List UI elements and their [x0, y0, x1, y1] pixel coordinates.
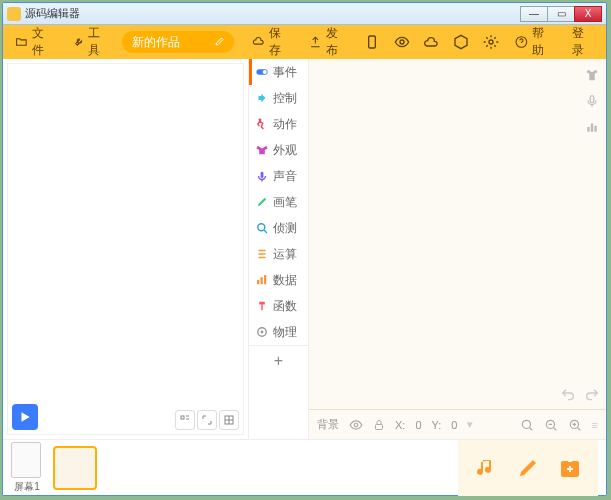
lock-icon[interactable]	[373, 419, 385, 431]
y-value: 0	[451, 419, 457, 431]
svg-rect-4	[181, 416, 184, 419]
visible-icon[interactable]	[349, 418, 363, 432]
category-控制[interactable]: 控制	[249, 85, 308, 111]
stats-icon[interactable]	[582, 117, 602, 137]
y-label: Y:	[432, 419, 442, 431]
minimize-button[interactable]: —	[520, 6, 548, 22]
category-icon	[255, 273, 269, 287]
project-name-input[interactable]: 新的作品	[122, 31, 234, 53]
category-label: 外观	[273, 142, 297, 159]
settings-icon[interactable]	[479, 29, 503, 55]
coords-toggle[interactable]	[175, 410, 195, 430]
window-controls: — ▭ X	[521, 6, 602, 22]
category-声音[interactable]: 声音	[249, 163, 308, 189]
draw-asset-icon[interactable]	[516, 456, 540, 480]
cloud-icon[interactable]	[420, 29, 444, 55]
category-动作[interactable]: 动作	[249, 111, 308, 137]
category-侦测[interactable]: 侦测	[249, 215, 308, 241]
category-label: 画笔	[273, 194, 297, 211]
tool-label: 工具	[88, 25, 110, 59]
mic-icon[interactable]	[582, 91, 602, 111]
add-asset-icon[interactable]	[558, 456, 582, 480]
category-label: 侦测	[273, 220, 297, 237]
save-label: 保存	[269, 25, 291, 59]
category-list: 事件控制动作外观声音画笔侦测运算数据函数物理+	[249, 59, 309, 439]
app-icon	[7, 7, 21, 21]
svg-rect-0	[368, 36, 375, 48]
category-函数[interactable]: 函数	[249, 293, 308, 319]
sprite-thumb[interactable]	[53, 446, 97, 490]
svg-rect-19	[594, 126, 596, 132]
zoom-out-icon[interactable]	[544, 418, 558, 432]
category-数据[interactable]: 数据	[249, 267, 308, 293]
sound-asset-icon[interactable]	[474, 456, 498, 480]
toolbar: 文件 工具 新的作品 保存 发布 帮助 登录	[3, 25, 606, 59]
category-label: 运算	[273, 246, 297, 263]
svg-point-8	[259, 118, 262, 121]
category-label: 物理	[273, 324, 297, 341]
category-icon	[255, 247, 269, 261]
canvas-side-tools	[582, 65, 602, 137]
tool-menu[interactable]: 工具	[66, 21, 117, 63]
close-button[interactable]: X	[574, 6, 602, 22]
phone-icon[interactable]	[360, 29, 384, 55]
publish-button[interactable]: 发布	[303, 21, 354, 63]
category-物理[interactable]: 物理	[249, 319, 308, 345]
costume-icon[interactable]	[582, 65, 602, 85]
category-事件[interactable]: 事件	[249, 59, 308, 85]
file-label: 文件	[32, 25, 54, 59]
category-label: 控制	[273, 90, 297, 107]
category-label: 动作	[273, 116, 297, 133]
package-icon[interactable]	[449, 29, 473, 55]
zoom-in-icon[interactable]	[568, 418, 582, 432]
screen-thumb[interactable]: 屏幕1	[11, 442, 43, 494]
category-画笔[interactable]: 画笔	[249, 189, 308, 215]
play-button[interactable]	[12, 404, 38, 430]
zoom-fit-icon[interactable]	[520, 418, 534, 432]
stage[interactable]	[7, 63, 244, 435]
screen-label: 屏幕1	[14, 481, 40, 492]
category-运算[interactable]: 运算	[249, 241, 308, 267]
x-value: 0	[415, 419, 421, 431]
maximize-button[interactable]: ▭	[547, 6, 575, 22]
svg-rect-16	[590, 96, 594, 103]
category-icon	[255, 299, 269, 313]
svg-rect-18	[591, 124, 593, 132]
project-name-text: 新的作品	[132, 34, 180, 51]
category-label: 函数	[273, 298, 297, 315]
category-icon	[255, 169, 269, 183]
category-icon	[255, 221, 269, 235]
file-menu[interactable]: 文件	[9, 21, 60, 63]
bottom-bar: 屏幕1	[3, 439, 606, 495]
category-icon	[255, 195, 269, 209]
upload-icon	[309, 35, 322, 49]
undo-icon[interactable]	[560, 387, 576, 403]
category-icon	[255, 91, 269, 105]
svg-rect-26	[568, 458, 572, 462]
eye-icon[interactable]	[390, 29, 414, 55]
svg-point-2	[489, 40, 493, 44]
login-label: 登录	[572, 25, 594, 59]
app-window: 源码编辑器 — ▭ X 文件 工具 新的作品 保存 发布	[2, 2, 607, 496]
redo-icon[interactable]	[584, 387, 600, 403]
window-title: 源码编辑器	[25, 6, 80, 21]
play-icon	[18, 410, 32, 424]
svg-point-1	[400, 40, 404, 44]
cloud-save-icon	[252, 35, 265, 49]
grid-button[interactable]	[219, 410, 239, 430]
category-label: 声音	[273, 168, 297, 185]
help-icon	[515, 35, 528, 49]
help-button[interactable]: 帮助	[509, 21, 560, 63]
category-icon	[255, 117, 269, 131]
category-外观[interactable]: 外观	[249, 137, 308, 163]
login-button[interactable]: 登录	[566, 21, 600, 63]
add-category-button[interactable]: +	[249, 345, 308, 375]
svg-rect-13	[264, 275, 266, 284]
save-button[interactable]: 保存	[246, 21, 297, 63]
publish-label: 发布	[326, 25, 348, 59]
expand-button[interactable]	[197, 410, 217, 430]
help-label: 帮助	[532, 25, 554, 59]
block-canvas[interactable]: 背景 X: 0 Y: 0 ▾ ≡	[309, 59, 606, 439]
main-area: 事件控制动作外观声音画笔侦测运算数据函数物理+ 背景 X: 0 Y: 0 ▾	[3, 59, 606, 439]
svg-point-20	[354, 423, 358, 427]
